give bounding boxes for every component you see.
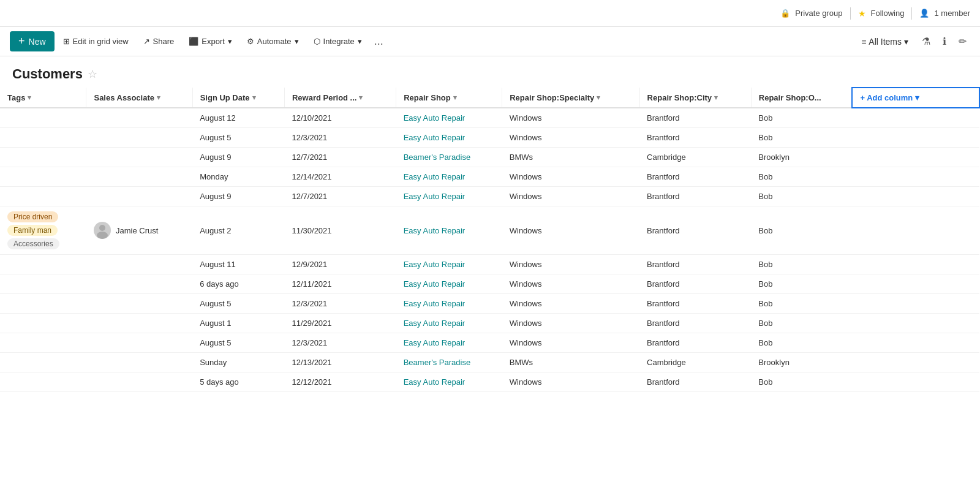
cell-city: Brantford [639,108,751,128]
cell-tags [0,353,86,372]
svg-point-1 [97,232,108,239]
all-items-button[interactable]: ≡ All Items ▾ [856,34,913,49]
cell-associate [86,274,192,294]
table-row: Price drivenFamily manAccessories Jamie … [0,206,979,255]
table-row: Monday12/14/2021Easy Auto RepairWindowsB… [0,167,979,187]
table-row: August 1212/10/2021Easy Auto RepairWindo… [0,108,979,128]
cell-reward-period: 12/9/2021 [284,255,396,274]
cell-repair-shop[interactable]: Easy Auto Repair [396,167,502,187]
cell-specialty: Windows [502,274,639,294]
cell-repair-shop[interactable]: Easy Auto Repair [396,372,502,392]
repair-shop-link[interactable]: Easy Auto Repair [404,299,465,308]
add-column-button[interactable]: + Add column ▾ [852,88,979,108]
cell-reward-period: 11/29/2021 [284,314,396,333]
repair-shop-link[interactable]: Easy Auto Repair [404,113,465,123]
cell-reward-period: 12/7/2021 [284,187,396,206]
cell-repair-shop[interactable]: Easy Auto Repair [396,333,502,353]
edit-grid-button[interactable]: ⊞ Edit in grid view [57,34,135,49]
cell-signup-date: August 11 [192,255,284,274]
repair-shop-link[interactable]: Easy Auto Repair [404,172,465,181]
cell-tags [0,294,86,314]
col-sign-up-date-label: Sign Up Date [200,93,250,102]
repair-shop-link[interactable]: Easy Auto Repair [404,338,465,347]
repair-shop-link[interactable]: Easy Auto Repair [404,192,465,201]
repair-shop-link[interactable]: Easy Auto Repair [404,226,465,235]
cell-specialty: BMWs [502,148,639,167]
cell-signup-date: 5 days ago [192,372,284,392]
col-reward-period[interactable]: Reward Period ... ▾ [284,88,396,108]
col-repair-shop-city-chevron: ▾ [714,94,718,102]
repair-shop-link[interactable]: Easy Auto Repair [404,319,465,328]
edit-button[interactable]: ✏ [955,33,970,50]
cell-add-column [852,333,979,353]
export-label: Export [202,37,225,46]
cell-city: Brantford [639,294,751,314]
cell-repair-shop[interactable]: Easy Auto Repair [396,255,502,274]
person-icon: 👤 [919,9,929,18]
col-repair-shop-city[interactable]: Repair Shop:City ▾ [639,88,751,108]
cell-signup-date: August 5 [192,128,284,148]
favorite-star-icon[interactable]: ☆ [88,67,97,81]
repair-shop-link[interactable]: Beamer's Paradise [404,358,470,367]
table-row: Sunday12/13/2021Beamer's ParadiseBMWsCam… [0,353,979,372]
col-repair-shop-other[interactable]: Repair Shop:O... [751,88,852,108]
cell-signup-date: Sunday [192,353,284,372]
following-section[interactable]: ★ Following [858,9,905,18]
cell-repair-shop[interactable]: Easy Auto Repair [396,294,502,314]
cell-repair-shop[interactable]: Easy Auto Repair [396,128,502,148]
add-column-label: + Add column [860,93,913,102]
cell-signup-date: Monday [192,167,284,187]
repair-shop-link[interactable]: Beamer's Paradise [404,153,470,162]
col-repair-shop-label: Repair Shop [404,93,451,102]
share-button[interactable]: ↗ Share [137,34,181,49]
cell-repair-shop[interactable]: Easy Auto Repair [396,314,502,333]
star-icon: ★ [858,9,866,18]
cell-city: Brantford [639,255,751,274]
cell-other: Bob [751,167,852,187]
cell-reward-period: 12/13/2021 [284,353,396,372]
col-repair-shop[interactable]: Repair Shop ▾ [396,88,502,108]
cell-city: Brantford [639,274,751,294]
page-title: Customers [12,66,83,82]
new-button[interactable]: + New [10,31,55,51]
col-repair-shop-specialty[interactable]: Repair Shop:Specialty ▾ [502,88,639,108]
col-sign-up-date-chevron: ▾ [252,94,256,102]
integrate-button[interactable]: ⬡ Integrate ▾ [307,34,368,49]
repair-shop-link[interactable]: Easy Auto Repair [404,279,465,289]
cell-add-column [852,274,979,294]
topbar-divider-2 [911,7,912,20]
cell-signup-date: 6 days ago [192,274,284,294]
col-sales-associate[interactable]: Sales Associate ▾ [86,88,192,108]
cell-specialty: Windows [502,294,639,314]
col-tags-label: Tags [7,93,25,102]
more-options-button[interactable]: ... [371,34,387,49]
customers-table: Tags ▾ Sales Associate ▾ Sign Up Date ▾ [0,87,980,392]
cell-tags: Price drivenFamily manAccessories [0,206,86,255]
cell-signup-date: August 9 [192,148,284,167]
cell-repair-shop[interactable]: Easy Auto Repair [396,108,502,128]
filter-button[interactable]: ⚗ [918,33,934,50]
automate-button[interactable]: ⚙ Automate ▾ [241,34,305,49]
cell-reward-period: 12/3/2021 [284,128,396,148]
plus-icon: + [18,35,25,48]
cell-repair-shop[interactable]: Easy Auto Repair [396,274,502,294]
repair-shop-link[interactable]: Easy Auto Repair [404,260,465,269]
cell-add-column [852,206,979,255]
cell-repair-shop[interactable]: Easy Auto Repair [396,206,502,255]
col-sign-up-date[interactable]: Sign Up Date ▾ [192,88,284,108]
repair-shop-link[interactable]: Easy Auto Repair [404,377,465,387]
cell-tags [0,108,86,128]
col-repair-shop-specialty-chevron: ▾ [597,94,600,102]
cell-add-column [852,314,979,333]
cell-other: Bob [751,128,852,148]
cell-tags [0,187,86,206]
col-tags[interactable]: Tags ▾ [0,88,86,108]
cell-repair-shop[interactable]: Easy Auto Repair [396,187,502,206]
cell-repair-shop[interactable]: Beamer's Paradise [396,148,502,167]
cell-associate [86,148,192,167]
info-button[interactable]: ℹ [939,33,950,50]
repair-shop-link[interactable]: Easy Auto Repair [404,133,465,142]
cell-associate [86,187,192,206]
cell-repair-shop[interactable]: Beamer's Paradise [396,353,502,372]
export-button[interactable]: ⬛ Export ▾ [183,34,238,49]
